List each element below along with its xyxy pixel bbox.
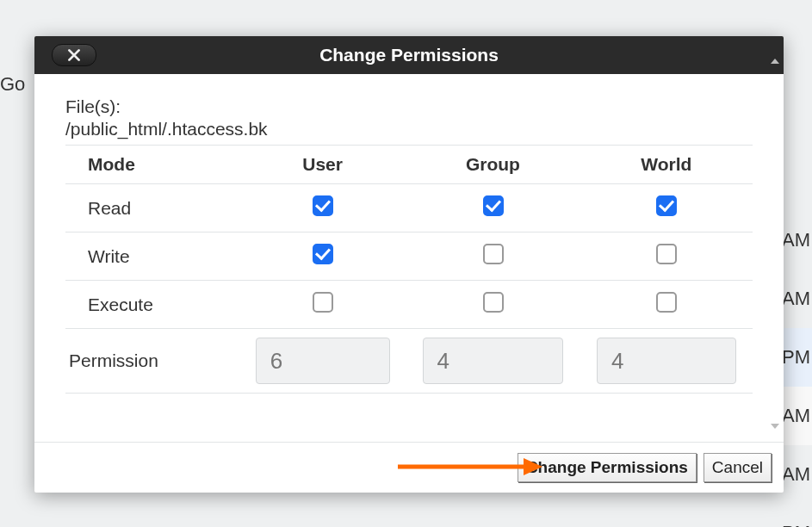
close-icon [66,47,82,63]
row-permission: Permission [65,329,753,394]
permissions-table: Mode User Group World Read Write Execute [65,145,753,394]
files-path: /public_html/.htaccess.bk [65,119,753,140]
label-read: Read [65,184,239,232]
dialog-title: Change Permissions [319,45,499,65]
row-write: Write [65,232,753,281]
scrollbar[interactable] [770,59,780,429]
checkbox-write-group[interactable] [483,244,504,264]
scroll-down-icon [771,424,779,429]
background-text-right: AM AM PM AM AM PM [782,211,812,527]
label-execute: Execute [65,281,239,329]
checkbox-write-world[interactable] [656,244,677,264]
checkbox-execute-user[interactable] [313,292,333,313]
close-button[interactable] [52,44,96,66]
label-write: Write [65,232,239,281]
dialog-titlebar: Change Permissions [34,36,784,74]
checkbox-execute-group[interactable] [483,292,504,313]
scroll-up-icon [771,59,779,64]
cancel-button[interactable]: Cancel [704,453,772,482]
table-header-row: Mode User Group World [65,146,753,184]
checkbox-read-world[interactable] [656,195,677,216]
row-read: Read [65,184,753,232]
header-world: World [580,146,753,184]
header-user: User [239,146,406,184]
dialog-body: File(s): /public_html/.htaccess.bk Mode … [34,74,784,427]
checkbox-execute-world[interactable] [656,292,677,313]
header-group: Group [406,146,580,184]
row-execute: Execute [65,281,753,329]
background-text-left: Go [0,73,25,96]
label-permission: Permission [65,329,239,394]
permission-user-input[interactable] [256,338,390,384]
dialog-footer: Change Permissions Cancel [34,442,784,493]
checkbox-read-group[interactable] [483,195,504,216]
permission-world-input[interactable] [597,338,736,384]
checkbox-write-user[interactable] [313,244,333,264]
change-permissions-button[interactable]: Change Permissions [518,453,697,482]
checkbox-read-user[interactable] [313,195,333,216]
header-mode: Mode [65,146,239,184]
change-permissions-dialog: Change Permissions File(s): /public_html… [34,36,784,493]
files-label: File(s): [65,96,753,117]
permission-group-input[interactable] [423,338,564,384]
